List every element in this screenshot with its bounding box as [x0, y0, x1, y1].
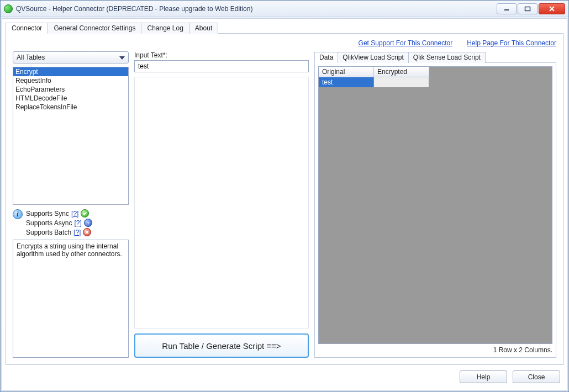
- supports-batch-row: Supports Batch [?]: [26, 228, 92, 236]
- supports-sync-label: Supports Sync: [26, 210, 69, 218]
- get-support-link[interactable]: Get Support For This Connector: [359, 39, 453, 47]
- maximize-button[interactable]: [518, 3, 538, 14]
- help-page-link[interactable]: Help Page For This Connector: [467, 39, 556, 47]
- input-text-section: Input Text*:: [134, 51, 309, 72]
- input-text-field[interactable]: [134, 60, 309, 72]
- list-item[interactable]: EchoParameters: [13, 85, 128, 94]
- svg-rect-1: [525, 7, 530, 10]
- description-text: Encrypts a string using the internal alg…: [17, 242, 122, 258]
- supports-async-help-link[interactable]: [?]: [74, 219, 81, 227]
- run-table-label: Run Table / Generate Script ==>: [162, 341, 281, 351]
- chevron-down-icon: [119, 54, 125, 61]
- supports-async-label: Supports Async: [26, 219, 72, 227]
- minimize-button[interactable]: [497, 3, 517, 14]
- app-icon: [4, 4, 13, 13]
- subtab-data[interactable]: Data: [314, 52, 338, 63]
- grid-header: Original Encrypted: [319, 67, 552, 77]
- data-grid[interactable]: Original Encrypted test: [318, 66, 552, 344]
- list-item[interactable]: Encrypt: [13, 67, 128, 76]
- run-table-button[interactable]: Run Table / Generate Script ==>: [134, 333, 309, 358]
- tab-about[interactable]: About: [189, 23, 218, 34]
- supports-async-row: Supports Async [?] ?: [26, 219, 92, 227]
- main-tabstrip: Connector General Connector Settings Cha…: [6, 22, 563, 34]
- help-button[interactable]: Help: [460, 370, 507, 383]
- left-column: All Tables Encrypt RequestInfo EchoParam…: [13, 51, 129, 358]
- close-button[interactable]: Close: [513, 370, 560, 383]
- title-bar: QVSource - Helper Connector (DEPRECATED …: [1, 1, 568, 17]
- supports-batch-help-link[interactable]: [?]: [73, 229, 81, 236]
- tables-filter-combo[interactable]: All Tables: [13, 51, 129, 63]
- subtab-qlikview-script[interactable]: QlikView Load Script: [338, 52, 409, 63]
- sub-tabstrip: Data QlikView Load Script Qlik Sense Loa…: [314, 51, 556, 63]
- help-button-label: Help: [477, 373, 491, 381]
- supports-block: i Supports Sync [?] Supports Async: [13, 209, 129, 236]
- supports-sync-row: Supports Sync [?]: [26, 209, 92, 218]
- list-item[interactable]: RequestInfo: [13, 76, 128, 85]
- table-row[interactable]: test: [319, 77, 552, 87]
- close-button-label: Close: [528, 373, 545, 381]
- app-window: QVSource - Helper Connector (DEPRECATED …: [0, 0, 569, 392]
- question-icon: ?: [84, 219, 92, 227]
- tab-change-log[interactable]: Change Log: [141, 23, 189, 34]
- description-box: Encrypts a string using the internal alg…: [13, 240, 129, 358]
- info-icon: i: [13, 209, 23, 219]
- data-pane: Original Encrypted test 1 Row x 2 Column…: [314, 63, 556, 358]
- check-icon: [81, 209, 89, 218]
- tab-connector[interactable]: Connector: [6, 23, 48, 34]
- cell-encrypted[interactable]: [374, 77, 429, 87]
- svg-text:?: ?: [87, 221, 89, 226]
- tables-listbox[interactable]: Encrypt RequestInfo EchoParameters HTMLD…: [13, 67, 129, 205]
- columns: All Tables Encrypt RequestInfo EchoParam…: [13, 51, 556, 358]
- cross-icon: [83, 228, 91, 236]
- middle-spacer: [134, 77, 309, 329]
- close-window-button[interactable]: [539, 3, 565, 14]
- cell-original[interactable]: test: [319, 77, 374, 87]
- right-column: Data QlikView Load Script Qlik Sense Loa…: [314, 51, 556, 358]
- svg-marker-4: [119, 56, 125, 60]
- window-buttons: [496, 3, 565, 14]
- bottom-buttons: Help Close: [6, 365, 563, 386]
- row-count-label: 1 Row x 2 Columns.: [318, 346, 552, 354]
- tab-general-settings[interactable]: General Connector Settings: [48, 23, 141, 34]
- grid-col-original[interactable]: Original: [319, 67, 374, 77]
- window-body: Connector General Connector Settings Cha…: [2, 18, 567, 390]
- connector-tab-content: Get Support For This Connector Help Page…: [6, 34, 563, 365]
- supports-batch-label: Supports Batch: [26, 229, 71, 236]
- tables-filter-label: All Tables: [17, 54, 45, 61]
- middle-column: Input Text*: Run Table / Generate Script…: [134, 51, 309, 358]
- list-item[interactable]: HTMLDecodeFile: [13, 94, 128, 103]
- input-text-label: Input Text*:: [134, 51, 309, 59]
- grid-col-encrypted[interactable]: Encrypted: [374, 67, 429, 77]
- support-rows: Supports Sync [?] Supports Async [?]: [26, 209, 92, 236]
- list-item[interactable]: ReplaceTokensInFile: [13, 103, 128, 112]
- top-links: Get Support For This Connector Help Page…: [13, 39, 556, 47]
- supports-sync-help-link[interactable]: [?]: [71, 210, 78, 218]
- grid-body: test: [319, 77, 552, 343]
- window-title: QVSource - Helper Connector (DEPRECATED …: [16, 5, 492, 13]
- subtab-qliksense-script[interactable]: Qlik Sense Load Script: [408, 52, 486, 63]
